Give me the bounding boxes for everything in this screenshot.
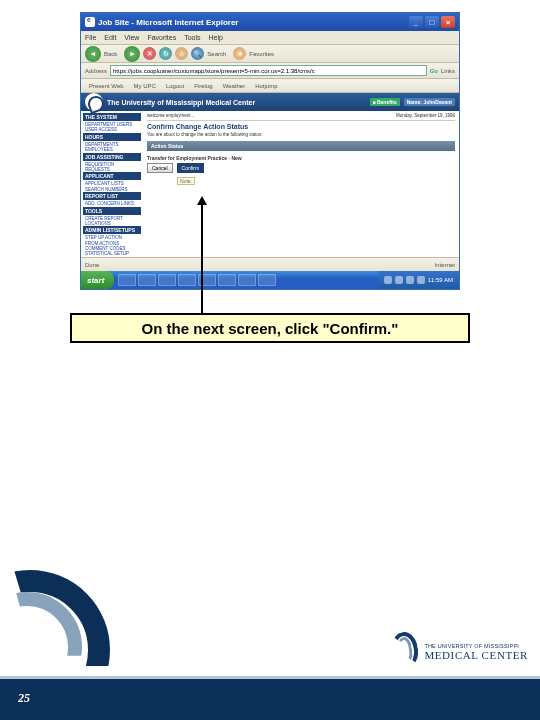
forward-button[interactable]: ►	[124, 46, 140, 62]
ie-icon	[85, 17, 95, 27]
action-status-bar: Action Status	[147, 141, 455, 151]
refresh-button[interactable]: ↻	[159, 47, 172, 60]
date-text: Monday, September 19, 1996	[396, 113, 455, 118]
favorites-button[interactable]: ★	[233, 47, 246, 60]
pointer-arrow	[201, 198, 203, 316]
taskbar-item[interactable]	[118, 274, 136, 286]
ummc-logo-text: THE UNIVERSITY OF MISSISSIPPI MEDICAL CE…	[424, 643, 528, 661]
taskbar-item[interactable]	[178, 274, 196, 286]
taskbar-item[interactable]	[258, 274, 276, 286]
ummc-line2: MEDICAL CENTER	[424, 649, 528, 661]
callout-text: On the next screen, click "Confirm."	[142, 320, 399, 337]
start-button[interactable]: start	[81, 271, 114, 289]
status-zone: Internet	[435, 262, 455, 268]
nav-head: TOOLS	[83, 207, 141, 215]
status-value: Transfer for Employment Practice - New	[147, 155, 455, 161]
page-heading: Confirm Change Action Status	[147, 123, 455, 130]
minimize-button[interactable]: _	[409, 16, 423, 28]
banner-title: The University of Mississippi Medical Ce…	[107, 99, 255, 106]
main-content: welcome employment... Monday, September …	[143, 111, 459, 257]
cancel-button[interactable]: Cancel	[147, 163, 173, 173]
taskbar-item[interactable]	[158, 274, 176, 286]
page-number: 25	[18, 691, 30, 706]
menu-view[interactable]: View	[124, 34, 139, 41]
user-info: Name: JohnDavant	[404, 98, 455, 106]
slide-footer: 25 THE UNIVERSITY OF MISSISSIPPI MEDICAL…	[0, 620, 540, 720]
link-item[interactable]: Firelog	[194, 83, 212, 89]
address-input[interactable]	[110, 65, 427, 76]
menu-favorites[interactable]: Favorites	[147, 34, 176, 41]
link-item[interactable]: Hotjump	[255, 83, 277, 89]
system-tray: 11:59 AM	[378, 271, 459, 289]
note-box: Note:	[177, 177, 195, 185]
taskbar-item[interactable]	[218, 274, 236, 286]
ie-status-bar: Done Internet	[81, 257, 459, 271]
close-button[interactable]: ×	[441, 16, 455, 28]
toolbar: ◄ Back ► ✕ ↻ ⌂ 🔍 Search ★ Favorites	[81, 45, 459, 63]
links-label: Links	[441, 68, 455, 74]
nav-item[interactable]: ADD. CONCERN LINKS	[83, 201, 141, 206]
search-button[interactable]: 🔍	[191, 47, 204, 60]
ummc-mark-icon	[392, 632, 418, 672]
maximize-button[interactable]: □	[425, 16, 439, 28]
tray-icon[interactable]	[395, 276, 403, 284]
page-desc: You are about to change the action to th…	[147, 132, 455, 137]
link-item[interactable]: Logout	[166, 83, 184, 89]
stop-button[interactable]: ✕	[143, 47, 156, 60]
browser-content: The University of Mississippi Medical Ce…	[81, 93, 459, 257]
taskbar-items	[114, 271, 377, 289]
nav-head: THE SYSTEM	[83, 113, 141, 121]
favorites-label: Favorites	[249, 51, 274, 57]
window-titlebar: Job Site - Microsoft Internet Explorer _…	[81, 13, 459, 31]
taskbar-item[interactable]	[138, 274, 156, 286]
windows-taskbar: start 11:59 AM	[81, 271, 459, 289]
status-done: Done	[85, 262, 99, 268]
address-label: Address	[85, 68, 107, 74]
menu-edit[interactable]: Edit	[104, 34, 116, 41]
links-bar: Present Web My UPC Logout Firelog Weathe…	[81, 79, 459, 93]
ummc-banner-logo-icon	[85, 93, 103, 111]
menu-file[interactable]: File	[85, 34, 96, 41]
back-label: Back	[104, 51, 117, 57]
back-button[interactable]: ◄	[85, 46, 101, 62]
menu-help[interactable]: Help	[209, 34, 223, 41]
home-button[interactable]: ⌂	[175, 47, 188, 60]
welcome-text: welcome employment...	[147, 113, 194, 118]
tray-icon[interactable]	[406, 276, 414, 284]
tray-time: 11:59 AM	[428, 277, 453, 283]
link-item[interactable]: Present Web	[89, 83, 124, 89]
ie-window-screenshot: Job Site - Microsoft Internet Explorer _…	[80, 12, 460, 290]
nav-head: REPORT LIST	[83, 192, 141, 200]
nav-head: HOURS	[83, 133, 141, 141]
taskbar-item[interactable]	[238, 274, 256, 286]
address-bar: Address Go Links	[81, 63, 459, 79]
window-title: Job Site - Microsoft Internet Explorer	[98, 18, 238, 27]
link-item[interactable]: Weather	[223, 83, 246, 89]
menu-bar: File Edit View Favorites Tools Help	[81, 31, 459, 45]
nav-head: ADMIN LIST/SETUPS	[83, 226, 141, 234]
search-label: Search	[207, 51, 226, 57]
nav-item[interactable]: REQUISITION REQUESTS	[83, 162, 141, 173]
tray-icon[interactable]	[417, 276, 425, 284]
nav-head: JOB ASSISTING	[83, 153, 141, 161]
ummc-logo: THE UNIVERSITY OF MISSISSIPPI MEDICAL CE…	[392, 632, 528, 672]
go-button[interactable]: Go	[430, 68, 438, 74]
menu-tools[interactable]: Tools	[184, 34, 200, 41]
benefits-link[interactable]: ■ Benefits	[370, 98, 400, 106]
tray-icon[interactable]	[384, 276, 392, 284]
nav-head: APPLICANT	[83, 172, 141, 180]
side-navigation: THE SYSTEM DEPARTMENT USERS USER ACCESS …	[81, 111, 143, 257]
confirm-button[interactable]: Confirm	[177, 163, 205, 173]
instruction-callout: On the next screen, click "Confirm."	[70, 313, 470, 343]
page-banner: The University of Mississippi Medical Ce…	[81, 93, 459, 111]
link-item[interactable]: My UPC	[134, 83, 156, 89]
